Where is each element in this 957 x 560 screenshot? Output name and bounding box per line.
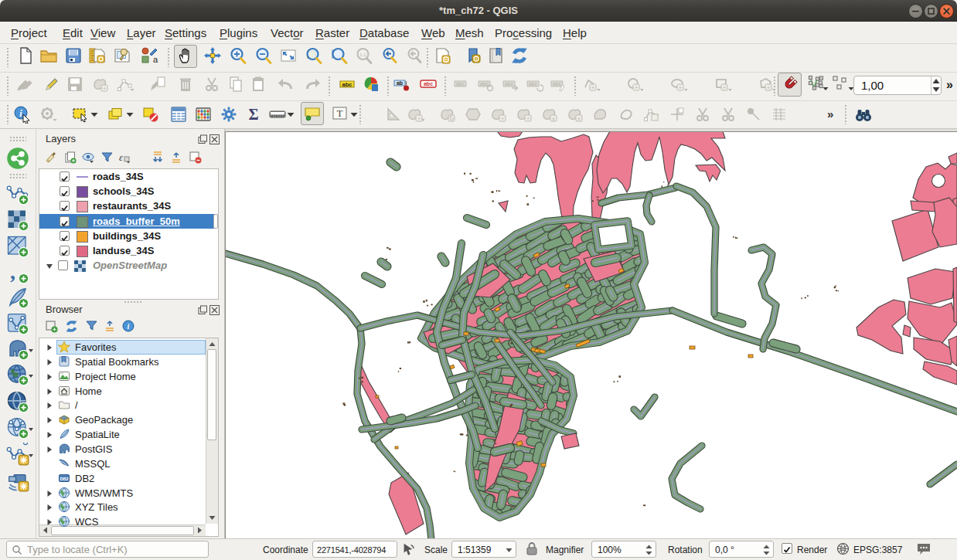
svg-text:+: + (591, 84, 595, 91)
svg-text:+: + (526, 115, 530, 122)
svg-text:abc: abc (553, 81, 562, 87)
svg-text:abc: abc (505, 81, 514, 87)
svg-text:+: + (635, 84, 639, 91)
svg-text:+: + (679, 84, 683, 91)
svg-text:ε: ε (119, 151, 124, 163)
svg-text:i: i (128, 322, 130, 331)
svg-text:abc: abc (342, 81, 352, 88)
svg-text:x: x (577, 115, 581, 122)
svg-text:1:1: 1:1 (359, 53, 366, 57)
svg-text:Σ: Σ (248, 106, 258, 123)
svg-text:abc: abc (424, 81, 433, 87)
svg-text:abc: abc (529, 81, 538, 87)
svg-text:a: a (153, 55, 158, 64)
svg-text:DB2: DB2 (60, 477, 68, 481)
svg-text:+: + (501, 115, 505, 122)
svg-text:abc: abc (480, 81, 489, 87)
svg-text:+: + (767, 84, 771, 91)
svg-text:↻: ↻ (449, 115, 455, 122)
svg-text:T: T (337, 107, 343, 119)
svg-text:abc: abc (456, 81, 465, 87)
svg-text:x: x (552, 115, 555, 122)
svg-text:ab: ab (397, 80, 403, 86)
svg-text:+: + (103, 85, 107, 92)
svg-text:,: , (10, 261, 15, 283)
svg-text:+: + (723, 84, 727, 91)
svg-text:+: + (417, 115, 421, 122)
